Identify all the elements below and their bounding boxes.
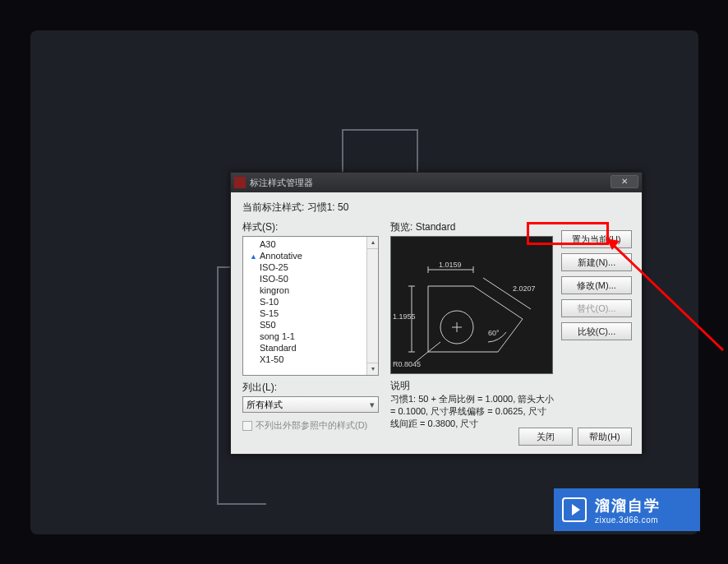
list-filter-label: 列出(L):	[242, 381, 380, 395]
description-label: 说明	[390, 379, 555, 393]
dim-top: 1.0159	[439, 261, 462, 269]
help-button[interactable]: 帮助(H)	[578, 428, 632, 446]
app-canvas: 标注样式管理器 ✕ 当前标注样式: 习惯1: 50 样式(S): A30 Ann…	[30, 30, 698, 534]
list-item[interactable]: song 1-1	[248, 331, 378, 342]
current-style-row: 当前标注样式: 习惯1: 50	[242, 201, 632, 215]
dim-angle: 60°	[488, 329, 500, 337]
watermark-badge: 溜溜自学 zixue.3d66.com	[554, 488, 700, 531]
dropdown-value: 所有样式	[247, 399, 283, 411]
styles-column: 样式(S): A30 Annotative ISO-25 ISO-50 king…	[242, 220, 380, 432]
action-buttons-column: 置为当前(U) 新建(N)... 修改(M)... 替代(O)... 比较(C)…	[561, 230, 632, 340]
dimension-style-manager-dialog: 标注样式管理器 ✕ 当前标注样式: 习惯1: 50 样式(S): A30 Ann…	[230, 172, 643, 455]
list-item[interactable]: X1-50	[248, 354, 378, 365]
watermark-text: 溜溜自学 zixue.3d66.com	[595, 496, 661, 525]
list-item[interactable]: Annotative	[248, 250, 378, 261]
dim-left: 1.1955	[393, 312, 416, 321]
modify-button[interactable]: 修改(M)...	[561, 276, 632, 294]
description-text: 习惯1: 50 + 全局比例 = 1.0000, 箭头大小 = 0.1000, …	[390, 393, 555, 430]
preview-box: 1.0159 1.1955 2.0207 60° R0.8045	[390, 236, 553, 374]
bottom-buttons: 关闭 帮助(H)	[518, 428, 632, 446]
checkbox-label: 不列出外部参照中的样式(D)	[256, 419, 367, 432]
preview-column: 预览: Standard	[390, 220, 555, 430]
styles-listbox[interactable]: A30 Annotative ISO-25 ISO-50 kingron S-1…	[242, 236, 379, 376]
list-item[interactable]: S50	[248, 319, 378, 331]
svg-line-9	[483, 278, 531, 309]
listbox-scrollbar[interactable]	[366, 237, 378, 375]
dialog-titlebar[interactable]: 标注样式管理器 ✕	[231, 173, 642, 192]
app-icon	[234, 177, 246, 188]
new-button[interactable]: 新建(N)...	[561, 253, 632, 271]
list-item[interactable]: A30	[248, 238, 378, 250]
dialog-title: 标注样式管理器	[250, 177, 313, 189]
list-item[interactable]: ISO-50	[248, 273, 378, 284]
preview-label: 预览: Standard	[390, 220, 555, 234]
current-style-value: 习惯1: 50	[307, 201, 349, 213]
checkbox-icon[interactable]	[242, 421, 252, 431]
play-icon	[562, 497, 587, 522]
preview-drawing: 1.0159 1.1955 2.0207 60° R0.8045	[391, 237, 554, 375]
dialog-body: 当前标注样式: 习惯1: 50 样式(S): A30 Annotative IS…	[231, 192, 642, 454]
list-item[interactable]: S-10	[248, 296, 378, 307]
list-item[interactable]: kingron	[248, 284, 378, 296]
close-button[interactable]: 关闭	[518, 428, 573, 446]
current-style-label: 当前标注样式:	[242, 201, 304, 213]
xref-checkbox-row[interactable]: 不列出外部参照中的样式(D)	[242, 419, 380, 432]
list-filter-dropdown[interactable]: 所有样式	[242, 396, 379, 413]
watermark-line2: zixue.3d66.com	[595, 515, 661, 525]
styles-label: 样式(S):	[242, 220, 380, 234]
styles-list-inner: A30 Annotative ISO-25 ISO-50 kingron S-1…	[243, 237, 378, 367]
dim-right: 2.0207	[513, 284, 536, 293]
watermark-line1: 溜溜自学	[595, 496, 661, 515]
compare-button[interactable]: 比较(C)...	[561, 322, 632, 340]
close-icon[interactable]: ✕	[611, 175, 638, 188]
set-current-button[interactable]: 置为当前(U)	[561, 230, 632, 248]
list-item[interactable]: S-15	[248, 307, 378, 319]
list-item[interactable]: Standard	[248, 342, 378, 354]
list-item[interactable]: ISO-25	[248, 261, 378, 273]
dim-radius: R0.8045	[393, 360, 421, 368]
override-button[interactable]: 替代(O)...	[561, 299, 632, 317]
